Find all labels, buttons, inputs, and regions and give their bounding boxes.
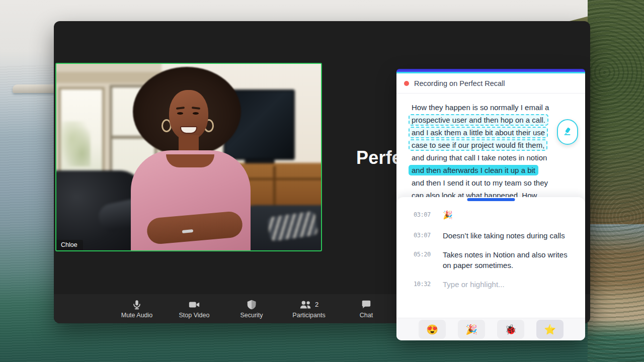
- stop-video-button[interactable]: Stop Video: [166, 294, 223, 323]
- note-timestamp[interactable]: 05:20: [414, 249, 435, 270]
- note-timestamp: 10:32: [414, 279, 435, 290]
- highlighter-icon: [562, 126, 573, 139]
- transcript-line[interactable]: and during that call I take notes in not…: [412, 151, 573, 164]
- notes-section: 03:07 🎉 03:07 Doesn’t like taking notes …: [396, 197, 585, 318]
- tool-label: Chat: [360, 312, 373, 319]
- note-text: 🎉: [443, 210, 453, 220]
- participant-name-tag: Chloe: [56, 240, 83, 250]
- transcript-line[interactable]: prospective user and then hop on a call.: [412, 114, 573, 126]
- transcript-line[interactable]: and I ask them a little bit about their …: [412, 126, 573, 139]
- participant-video-tile[interactable]: Chloe: [55, 63, 322, 251]
- recording-dot: [404, 81, 409, 86]
- note-row[interactable]: 03:07 🎉: [414, 210, 576, 220]
- microphone-icon: [131, 299, 142, 310]
- emoji-party-popper-button[interactable]: 🎉: [458, 320, 485, 339]
- note-input-row[interactable]: 10:32 Type or highlight...: [414, 279, 576, 290]
- perfect-recall-panel: Recording on Perfect Recall How they hap…: [396, 69, 585, 340]
- mute-audio-button[interactable]: Mute Audio: [108, 294, 166, 323]
- tool-label: Mute Audio: [121, 312, 153, 319]
- video-camera-icon: [188, 299, 200, 310]
- drag-handle[interactable]: [467, 198, 515, 201]
- cliff-texture: [588, 0, 644, 362]
- note-text: Takes notes in Notion and also writes on…: [443, 249, 571, 270]
- tool-label: Security: [240, 312, 263, 319]
- note-timestamp[interactable]: 03:07: [414, 210, 435, 220]
- note-row[interactable]: 03:07 Doesn’t like taking notes during c…: [414, 230, 576, 241]
- transcript-line[interactable]: and then afterwards I clean it up a bit: [412, 164, 573, 176]
- chat-button[interactable]: Chat: [338, 294, 395, 323]
- transcript-line[interactable]: can also look at what happened. How: [412, 189, 573, 197]
- recording-status-header: Recording on Perfect Recall: [396, 73, 585, 94]
- participants-button[interactable]: 2 Participants: [280, 294, 338, 323]
- tool-label: Participants: [292, 312, 325, 319]
- islet: [13, 84, 59, 93]
- emoji-ladybug-button[interactable]: 🐞: [497, 320, 524, 339]
- note-text: Doesn’t like taking notes during calls: [443, 230, 565, 241]
- participant-count: 2: [315, 301, 318, 308]
- shield-icon: [246, 299, 257, 310]
- tool-label: Stop Video: [179, 312, 210, 319]
- chat-bubble-icon: [361, 299, 372, 310]
- recording-status-label: Recording on Perfect Recall: [414, 79, 505, 87]
- live-transcript: How they happen is so normally I email a…: [396, 94, 585, 197]
- note-timestamp[interactable]: 03:07: [414, 230, 435, 241]
- emoji-star-button[interactable]: ⭐: [536, 320, 564, 339]
- note-row[interactable]: 05:20 Takes notes in Notion and also wri…: [414, 249, 576, 270]
- participants-icon: [299, 299, 312, 310]
- emoji-reaction-bar: 😍 🎉 🐞 ⭐: [396, 318, 585, 340]
- transcript-line[interactable]: How they happen is so normally I email a: [412, 101, 573, 114]
- participant-person: [56, 64, 321, 250]
- transcript-line[interactable]: and then I send it out to my team so the…: [412, 176, 573, 189]
- highlighter-button[interactable]: [557, 119, 578, 145]
- note-input-placeholder[interactable]: Type or highlight...: [443, 279, 505, 290]
- emoji-heart-eyes-button[interactable]: 😍: [419, 320, 446, 339]
- transcript-line[interactable]: case to see if our project would fit the…: [412, 139, 573, 151]
- security-button[interactable]: Security: [223, 294, 280, 323]
